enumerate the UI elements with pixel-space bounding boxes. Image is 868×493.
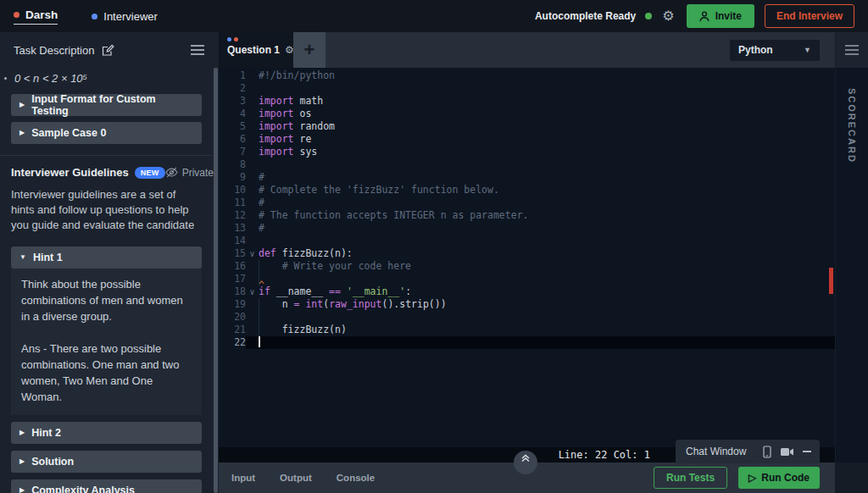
invite-button[interactable]: Invite (687, 4, 754, 28)
line-number: 9 (219, 171, 246, 184)
run-code-label: Run Code (761, 472, 810, 484)
person-icon (699, 11, 709, 22)
phone-icon[interactable] (763, 446, 771, 458)
code-line-8[interactable]: 8 (219, 158, 835, 171)
fold-gutter (246, 311, 259, 324)
code-line-7[interactable]: 7import sys (219, 146, 835, 158)
code-line-16[interactable]: 16 # Write your code here (219, 260, 835, 273)
autocomplete-status-dot (645, 13, 652, 19)
code-text: import re (259, 133, 835, 146)
hint-1-content: Think about the possible combinations of… (11, 269, 202, 415)
constraint-text: 0 < n < 2 × 10⁵ (14, 72, 87, 85)
editor-tab-bar: Question 1 ⚙ + Python ▼ (219, 32, 835, 68)
error-annotation-marker[interactable] (829, 268, 833, 294)
chevron-right-icon: ▶ (19, 487, 25, 493)
code-line-20[interactable]: 20 (219, 311, 835, 324)
tab-output[interactable]: Output (277, 473, 314, 483)
edit-task-icon[interactable] (102, 44, 114, 57)
sidebar-menu-icon[interactable] (191, 45, 204, 55)
code-line-5[interactable]: 5import random (219, 120, 835, 133)
line-number: 6 (219, 133, 246, 146)
hamburger-icon (845, 45, 859, 55)
code-line-9[interactable]: 9# (219, 171, 835, 184)
sidebar-scrollbar[interactable] (214, 68, 218, 493)
top-bar: Darsh Interviewer Autocomplete Ready ⚙ I… (0, 0, 868, 32)
code-line-1[interactable]: 1#!/bin/python (219, 69, 835, 82)
code-text (259, 158, 835, 171)
code-line-4[interactable]: 4import os (219, 108, 835, 120)
minimize-chat-icon[interactable] (803, 451, 811, 452)
code-line-2[interactable]: 2 (219, 82, 835, 95)
code-line-19[interactable]: 19 n = int(raw_input().strip()) (219, 298, 835, 311)
hint-1-text: Think about the possible combinations of… (21, 276, 192, 324)
code-line-13[interactable]: 13# (219, 222, 835, 235)
code-text (259, 336, 835, 349)
bullet (4, 77, 7, 80)
scorecard-strip: SCORECARD (835, 32, 868, 493)
code-line-17[interactable]: 17^ (219, 273, 835, 285)
scorecard-menu-button[interactable] (836, 32, 868, 68)
line-number: 3 (219, 95, 246, 108)
task-sidebar: Task Description 0 < n < 2 × 10⁵ ▶ Input… (0, 32, 219, 493)
accordion-hint-2[interactable]: ▶ Hint 2 (11, 422, 202, 444)
code-line-10[interactable]: 10# Complete the 'fizzBuzz' function bel… (219, 184, 835, 197)
language-dropdown[interactable]: Python ▼ (730, 40, 820, 61)
code-line-6[interactable]: 6import re (219, 133, 835, 146)
tab-presence-dots (227, 37, 285, 42)
code-line-21[interactable]: 21 fizzBuzz(n) (219, 324, 835, 336)
code-line-18[interactable]: 18∨if __name__ == '__main__': (219, 285, 835, 298)
accordion-complexity-analysis[interactable]: ▶ Complexity Analysis (11, 479, 202, 493)
fold-gutter (246, 184, 259, 197)
fold-toggle-icon[interactable]: ∨ (246, 247, 259, 260)
end-interview-button[interactable]: End Interview (765, 4, 854, 28)
tab-input[interactable]: Input (229, 473, 258, 483)
code-text: import sys (259, 146, 835, 158)
video-camera-icon[interactable] (781, 447, 793, 457)
line-number: 18 (219, 285, 246, 298)
scorecard-tab[interactable]: SCORECARD (847, 88, 857, 163)
interviewer-name-tab[interactable]: Darsh (14, 8, 58, 25)
code-line-3[interactable]: 3import math (219, 95, 835, 108)
accordion-sample-case-0[interactable]: ▶ Sample Case 0 (11, 122, 202, 144)
new-badge: NEW (135, 167, 165, 179)
fold-gutter (246, 108, 259, 120)
fold-gutter (246, 209, 259, 222)
code-line-11[interactable]: 11# (219, 197, 835, 209)
code-line-22[interactable]: 22 (219, 336, 835, 349)
end-interview-label: End Interview (776, 10, 843, 22)
tab-question-1[interactable]: Question 1 ⚙ (219, 32, 293, 68)
fold-toggle-icon[interactable]: ∨ (246, 285, 259, 298)
play-icon: ▷ (748, 472, 756, 484)
settings-gear-icon[interactable]: ⚙ (662, 9, 674, 23)
code-line-12[interactable]: 12# The function accepts INTEGER n as pa… (219, 209, 835, 222)
code-line-15[interactable]: 15∨def fizzBuzz(n): (219, 247, 835, 260)
code-text: # (259, 222, 835, 235)
autocomplete-status: Autocomplete Ready (535, 10, 636, 22)
invite-label: Invite (715, 10, 742, 22)
run-tests-button[interactable]: Run Tests (654, 467, 727, 489)
code-line-14[interactable]: 14 (219, 235, 835, 247)
expand-console-handle[interactable] (514, 451, 537, 474)
presence-dot-interviewer-self (14, 12, 19, 18)
accordion-input-format[interactable]: ▶ Input Format for Custom Testing (11, 94, 202, 116)
accordion-hint-1[interactable]: ▼ Hint 1 (11, 246, 202, 269)
accordion-solution[interactable]: ▶ Solution (11, 451, 202, 473)
line-number: 1 (219, 69, 246, 82)
tab-console[interactable]: Console (334, 473, 377, 483)
fold-gutter (246, 336, 259, 349)
chevron-right-icon: ▶ (19, 130, 25, 136)
code-text (259, 235, 835, 247)
code-editor[interactable]: 1#!/bin/python23import math4import os5im… (219, 68, 835, 447)
accordion-list: ▶ Hint 2 ▶ Solution ▶ Complexity Analysi… (11, 422, 202, 493)
console-bar: Input Output Console Run Tests ▷ Run Cod… (219, 463, 835, 493)
strip-footer (836, 463, 868, 493)
accordion-label: Solution (31, 456, 74, 468)
divider (0, 155, 213, 156)
run-code-button[interactable]: ▷ Run Code (738, 467, 820, 489)
private-toggle[interactable]: Private (165, 167, 214, 179)
add-question-tab-button[interactable]: + (293, 32, 326, 68)
code-text: ^ (259, 273, 835, 285)
chat-window[interactable]: Chat Window (676, 440, 820, 463)
participant-interviewer[interactable]: Interviewer (92, 10, 158, 23)
guidelines-header: Interviewer Guidelines NEW Private (11, 166, 202, 179)
